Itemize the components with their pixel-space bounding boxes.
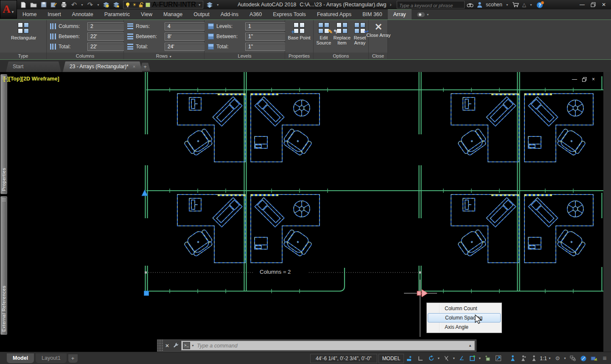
columns-count-input[interactable]: 2 [87,22,125,31]
command-customize-wrench-icon[interactable] [171,342,180,349]
panel-title-rows[interactable]: Rows ▼ [124,53,204,59]
panel-title-levels[interactable]: Levels [205,53,285,59]
user-caret-icon[interactable]: ▼ [506,3,509,6]
ortho-mode-icon[interactable] [416,354,425,363]
annotation-scale-caret-icon[interactable]: ▼ [548,357,552,360]
a360-caret-icon[interactable]: ▼ [530,3,533,6]
ribbon-display-toggle[interactable]: ▼ [412,9,435,19]
model-space-button[interactable]: MODEL [378,354,404,363]
annotation-scale-value[interactable]: 1:1 [540,356,547,361]
replace-item-button[interactable]: ↰ Replace Item [332,22,352,45]
workspace-gear-icon[interactable]: ⚙ [553,354,562,363]
command-line-dock[interactable]: ✕ >_ ▼ ▲ [157,339,476,352]
minimize-button[interactable]: — [580,2,585,8]
tab-manage[interactable]: Manage [158,9,188,19]
coordinates-readout[interactable]: 44'-6 1/4", 0'-2 3/4", 0'-0" [310,354,377,363]
menu-item-column-count[interactable]: Column Count [427,304,502,313]
layer-dropdown[interactable]: ☀ A-FURN-INTR ▼ [123,1,203,8]
close-button[interactable]: ✕ [602,2,606,8]
plot-icon[interactable] [60,1,67,8]
search-binoculars-icon[interactable] [467,2,474,8]
layer-properties-icon[interactable] [103,1,110,8]
rectangular-button[interactable]: Rectangular [11,22,36,40]
levels-count-input[interactable]: 1 [245,22,286,31]
recent-commands-caret-icon[interactable]: ▼ [191,344,194,347]
isolate-objects-icon[interactable] [568,354,577,363]
palette-tab-properties[interactable]: Properties [0,74,7,194]
menu-item-axis-angle[interactable]: Axis Angle [427,322,502,332]
redo-caret-icon[interactable]: ▼ [97,3,100,6]
model-tab[interactable]: Model [7,353,34,363]
dynamic-ucs-icon[interactable] [493,354,503,363]
tab-close-icon[interactable]: × [133,64,135,69]
command-dock-grip[interactable] [157,340,163,351]
layout1-tab[interactable]: Layout1 [36,353,66,363]
command-history-up-icon[interactable]: ▲ [468,344,472,347]
tab-featured-apps[interactable]: Featured Apps [311,9,357,19]
tab-view[interactable]: View [135,9,158,19]
furniture-array[interactable] [177,94,593,263]
polar-tracking-icon[interactable] [426,354,436,363]
command-input-area[interactable]: >_ ▼ ▲ [181,341,475,350]
columns-total-input[interactable]: 22' [87,43,125,51]
save-as-icon[interactable] [50,1,57,8]
help-icon[interactable]: ? [536,1,544,8]
restore-button[interactable] [591,2,596,7]
layer-states-icon[interactable] [113,1,120,8]
annotation-visibility-icon[interactable] [508,354,517,363]
rows-between-input[interactable]: 8' [165,33,205,41]
autoscale-icon[interactable] [519,354,528,363]
panel-title-type[interactable]: Type [0,53,46,59]
panel-title-close[interactable]: Close [369,53,387,59]
panel-title-properties[interactable]: Properties [285,53,313,59]
workspace-caret-icon[interactable]: ▼ [563,357,567,360]
new-tab-button[interactable]: + [140,63,150,71]
isometric-drafting-icon[interactable] [442,354,451,363]
edit-source-button[interactable]: ✎ Edit Source [314,22,333,45]
levels-total-input[interactable]: 1" [245,43,286,51]
undo-caret-icon[interactable]: ▼ [81,3,84,6]
close-array-button[interactable]: ✕ Close Array [366,22,391,38]
columns-between-input[interactable]: 22' [87,33,125,41]
tab-add-ins[interactable]: Add-ins [215,9,244,19]
object-snap-icon[interactable] [468,354,477,363]
base-point-button[interactable]: ＋ Base Point [287,22,311,40]
viewport-controls[interactable]: [-][Top][2D Wireframe] [3,76,59,82]
command-prompt-icon[interactable]: >_ [183,342,190,349]
command-close-icon[interactable]: ✕ [163,343,171,349]
file-tab-current[interactable]: 23 - Arrays (Rectangular)*× [63,61,142,72]
tab-array-contextual[interactable]: Array [388,9,412,19]
rows-count-input[interactable]: 4 [165,22,205,31]
a360-connect-icon[interactable]: △ [522,2,526,8]
open-file-icon[interactable] [30,1,37,8]
layer-freeze-icon[interactable]: ✻ [206,1,213,8]
tab-parametric[interactable]: Parametric [99,9,135,19]
file-tab-start[interactable]: Start [6,61,61,72]
polar-caret-icon[interactable]: ▼ [437,357,440,360]
app-store-cart-icon[interactable] [512,2,519,8]
object-snap-tracking-icon[interactable]: ∠ [457,354,466,363]
viewport-restore-icon[interactable] [582,77,587,82]
application-menu-button[interactable]: A ▼ [0,0,17,19]
customization-menu-icon[interactable]: ≡ [600,354,609,363]
search-input[interactable] [397,2,464,9]
tab-express-tools[interactable]: Express Tools [267,9,311,19]
iso-caret-icon[interactable]: ▼ [452,357,456,360]
save-icon[interactable] [40,1,47,8]
clean-screen-icon[interactable] [579,354,588,363]
panel-title-options[interactable]: Options [314,53,368,59]
drawing-canvas[interactable]: [-][Top][2D Wireframe] — × Columns = 2 [0,72,603,352]
tab-bim-360[interactable]: BIM 360 [357,9,388,19]
undo-icon[interactable]: ↶ [70,1,78,8]
tab-a360[interactable]: A360 [244,9,267,19]
tab-annotate[interactable]: Annotate [67,9,99,19]
base-point-grip[interactable] [144,291,149,296]
palette-tab-external-references[interactable]: External References [0,196,7,335]
qat-customize-caret-icon[interactable]: ▼ [216,3,219,6]
infocenter-search[interactable] [397,1,465,8]
command-input[interactable] [197,343,466,349]
tab-insert[interactable]: Insert [42,9,66,19]
viewport-close-icon[interactable]: × [592,76,595,82]
levels-between-input[interactable]: 1" [245,33,286,41]
annotation-scale-person-icon[interactable] [529,354,538,363]
